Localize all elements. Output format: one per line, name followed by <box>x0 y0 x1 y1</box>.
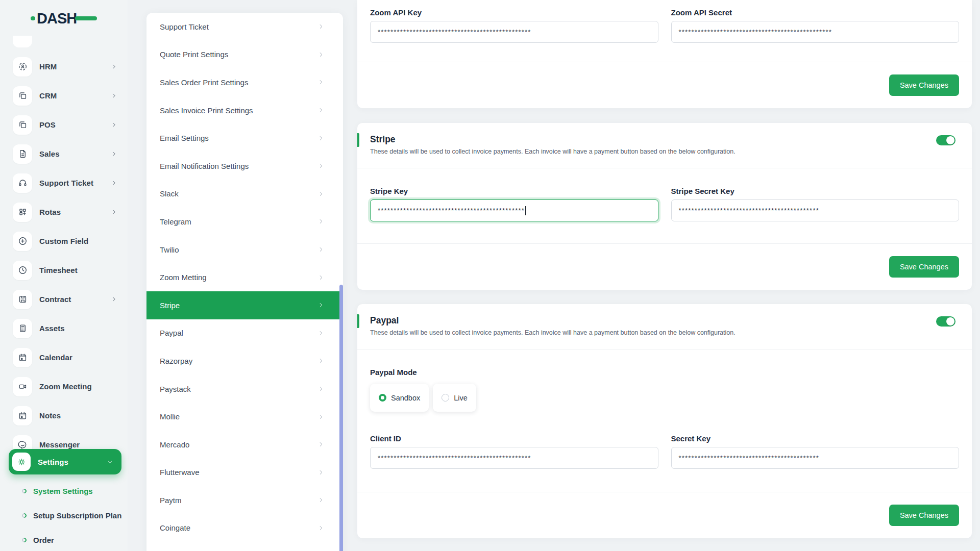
client-id-input[interactable]: ****************************************… <box>370 447 658 469</box>
paypal-enabled-toggle[interactable] <box>936 316 955 327</box>
settings-nav-item[interactable]: Paystack <box>146 375 343 403</box>
settings-nav-item[interactable]: Sales Invoice Print Settings <box>146 96 343 124</box>
zoom-api-key-label: Zoom API Key <box>370 8 658 17</box>
sidebar-nav: HRM CRM POS Sales <box>0 52 128 459</box>
stripe-secret-key-input[interactable]: ****************************************… <box>671 199 960 221</box>
pos-icon <box>13 115 32 135</box>
stripe-settings-card: Stripe These details will be used to col… <box>357 123 972 290</box>
text-cursor <box>525 206 526 215</box>
brand-logo[interactable]: DASH <box>31 9 97 30</box>
sidebar-item-label: Sales <box>39 149 111 158</box>
settings-nav-item[interactable]: Paypal <box>146 319 343 347</box>
save-changes-button[interactable]: Save Changes <box>889 256 959 278</box>
secret-key-input[interactable]: ****************************************… <box>671 447 960 469</box>
sidebar-item-partial[interactable] <box>13 36 32 47</box>
settings-nav-item[interactable]: Paytm <box>146 486 343 514</box>
settings-nav-item[interactable]: Mollie <box>146 403 343 431</box>
calendar-icon <box>13 348 32 367</box>
paypal-mode-option[interactable]: Sandbox <box>370 384 429 412</box>
settings-submenu-label: Setup Subscription Plan <box>33 511 121 520</box>
paypal-mode-options: Sandbox Live <box>370 384 959 412</box>
chevron-right-icon <box>317 162 325 169</box>
assets-icon <box>13 319 32 338</box>
settings-nav-item[interactable]: Telegram <box>146 208 343 236</box>
save-changes-button[interactable]: Save Changes <box>889 74 959 96</box>
settings-nav-item-label: Support Ticket <box>160 22 317 31</box>
settings-nav-item-label: Flutterwave <box>160 468 317 477</box>
settings-nav-item[interactable]: Twilio <box>146 236 343 264</box>
settings-nav-item[interactable]: Zoom Metting <box>146 263 343 291</box>
sidebar-item-label: POS <box>39 120 111 129</box>
settings-submenu: System Settings Setup Subscription Plan … <box>0 479 128 551</box>
settings-nav-item[interactable]: Coingate <box>146 514 343 542</box>
stripe-key-input[interactable]: ****************************************… <box>370 199 658 221</box>
sidebar-item[interactable]: Rotas <box>0 197 128 227</box>
sidebar-item[interactable]: Sales <box>0 139 128 168</box>
settings-nav-item-label: Razorpay <box>160 357 317 365</box>
sidebar-item[interactable]: Zoom Meeting <box>0 372 128 401</box>
sidebar-item-label: HRM <box>39 62 111 71</box>
settings-nav-item-label: Sales Order Print Settings <box>160 78 317 87</box>
settings-nav-item[interactable]: Flutterwave <box>146 459 343 487</box>
notes-icon <box>13 406 32 425</box>
paypal-mode-option[interactable]: Live <box>433 384 476 412</box>
chevron-right-icon <box>317 135 325 142</box>
settings-submenu-item[interactable]: System Settings <box>0 479 128 503</box>
settings-nav-item[interactable]: Support Ticket <box>146 13 343 41</box>
stripe-enabled-toggle[interactable] <box>936 135 955 145</box>
settings-nav-item-label: Zoom Metting <box>160 273 317 282</box>
zoom-api-secret-input[interactable]: ****************************************… <box>671 21 960 43</box>
save-changes-button[interactable]: Save Changes <box>889 505 959 526</box>
stripe-key-value: ****************************************… <box>378 207 525 214</box>
zoom-api-key-input[interactable]: ****************************************… <box>370 21 658 43</box>
panel-scrollbar-thumb[interactable] <box>339 285 343 551</box>
settings-nav-item[interactable]: Slack <box>146 180 343 208</box>
sidebar-item[interactable]: Support Ticket <box>0 168 128 197</box>
sidebar-item-label: Notes <box>39 411 111 420</box>
settings-nav-item[interactable]: Stripe <box>146 291 343 319</box>
chevron-right-icon <box>111 92 117 99</box>
paypal-card-title: Paypal <box>370 315 955 326</box>
settings-nav-item[interactable]: Quote Print Settings <box>146 41 343 69</box>
settings-submenu-item[interactable]: Order <box>0 528 128 551</box>
settings-nav-item[interactable]: Skrill <box>146 542 343 551</box>
chevron-right-icon <box>317 274 325 281</box>
paypal-client-id-field-group: Client ID ******************************… <box>370 434 658 469</box>
sidebar-item[interactable]: POS <box>0 110 128 139</box>
sidebar-item[interactable]: Notes <box>0 401 128 430</box>
settings-nav-panel: Support Ticket Quote Print Settings Sale… <box>146 13 343 551</box>
zoom-settings-card: Zoom API Key ***************************… <box>357 0 972 108</box>
sidebar-item[interactable]: HRM <box>0 52 128 81</box>
settings-nav-item[interactable]: Email Notification Settings <box>146 152 343 180</box>
contract-icon <box>13 290 32 309</box>
chevron-right-icon <box>317 413 325 420</box>
sidebar-item[interactable]: Calendar <box>0 343 128 372</box>
gear-icon <box>12 453 31 471</box>
zoom-api-key-value: ****************************************… <box>378 28 531 36</box>
chevron-right-icon <box>317 357 325 364</box>
chevron-right-icon <box>111 121 117 128</box>
settings-submenu-item[interactable]: Setup Subscription Plan <box>0 503 128 528</box>
chevron-right-icon <box>317 51 325 58</box>
sidebar-item[interactable]: Contract <box>0 285 128 314</box>
sidebar-item[interactable]: CRM <box>0 81 128 110</box>
chevron-right-icon <box>111 180 117 186</box>
card-accent-bar <box>357 133 359 147</box>
settings-nav-item-label: Email Notification Settings <box>160 162 317 170</box>
bullet-icon <box>21 512 28 519</box>
sidebar-item[interactable]: Custom Field <box>0 227 128 256</box>
settings-nav-item[interactable]: Razorpay <box>146 347 343 375</box>
custom-field-icon <box>13 232 32 251</box>
stripe-secret-key-label: Stripe Secret Key <box>671 187 960 195</box>
sidebar-item-settings[interactable]: Settings <box>9 449 121 474</box>
chevron-right-icon <box>317 107 325 114</box>
settings-nav-item[interactable]: Sales Order Print Settings <box>146 68 343 96</box>
settings-nav-item-label: Mollie <box>160 412 317 421</box>
sidebar-item[interactable]: Assets <box>0 314 128 343</box>
sidebar-item[interactable]: Timesheet <box>0 256 128 285</box>
settings-label: Settings <box>38 458 107 466</box>
settings-nav-item-label: Stripe <box>160 301 317 310</box>
settings-nav-item[interactable]: Mercado <box>146 431 343 459</box>
settings-nav-item-label: Email Settings <box>160 134 317 142</box>
settings-nav-item[interactable]: Email Settings <box>146 124 343 152</box>
